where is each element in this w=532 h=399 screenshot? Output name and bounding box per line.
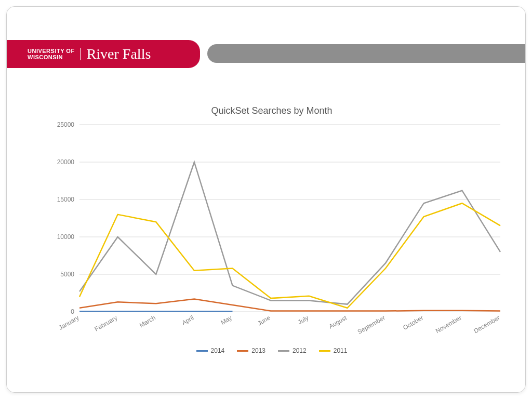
line-chart: 0500010000150002000025000JanuaryFebruary… xyxy=(38,119,506,343)
svg-text:May: May xyxy=(219,314,233,326)
legend-label: 2012 xyxy=(292,347,307,354)
legend-item: 2012 xyxy=(278,347,307,354)
svg-text:5000: 5000 xyxy=(60,271,74,278)
svg-text:September: September xyxy=(356,314,387,335)
svg-text:March: March xyxy=(138,314,157,329)
chart-legend: 2014201320122011 xyxy=(38,347,506,354)
logo-campus: River Falls xyxy=(87,46,151,62)
svg-text:August: August xyxy=(328,314,349,330)
legend-swatch xyxy=(278,350,289,352)
svg-text:November: November xyxy=(434,314,463,335)
svg-text:December: December xyxy=(473,314,501,335)
legend-swatch xyxy=(319,350,330,352)
logo-university-text: UNIVERSITY OF WISCONSIN xyxy=(28,48,81,60)
university-logo: UNIVERSITY OF WISCONSIN River Falls xyxy=(7,40,200,68)
svg-text:July: July xyxy=(297,314,310,326)
legend-label: 2011 xyxy=(334,347,348,354)
svg-text:15000: 15000 xyxy=(57,196,75,203)
chart-container: QuickSet Searches by Month 0500010000150… xyxy=(38,105,506,370)
legend-label: 2014 xyxy=(211,347,225,354)
svg-text:April: April xyxy=(181,314,195,326)
svg-text:June: June xyxy=(256,314,272,327)
logo-line1: UNIVERSITY OF xyxy=(28,48,75,54)
svg-text:25000: 25000 xyxy=(57,121,75,128)
svg-text:0: 0 xyxy=(71,308,74,315)
legend-item: 2011 xyxy=(319,347,348,354)
header-band: UNIVERSITY OF WISCONSIN River Falls xyxy=(7,40,525,67)
logo-line2: WISCONSIN xyxy=(28,54,75,60)
svg-text:January: January xyxy=(58,314,81,331)
svg-text:10000: 10000 xyxy=(57,233,75,241)
svg-text:February: February xyxy=(94,314,119,332)
slide-card: UNIVERSITY OF WISCONSIN River Falls Quic… xyxy=(6,6,526,393)
header-gray-bar xyxy=(207,44,525,63)
legend-item: 2013 xyxy=(237,347,265,354)
legend-label: 2013 xyxy=(251,347,265,354)
legend-item: 2014 xyxy=(196,347,225,354)
legend-swatch xyxy=(237,350,248,352)
svg-text:October: October xyxy=(402,314,424,331)
legend-swatch xyxy=(196,350,208,352)
chart-title: QuickSet Searches by Month xyxy=(38,105,506,116)
svg-text:20000: 20000 xyxy=(57,158,75,166)
